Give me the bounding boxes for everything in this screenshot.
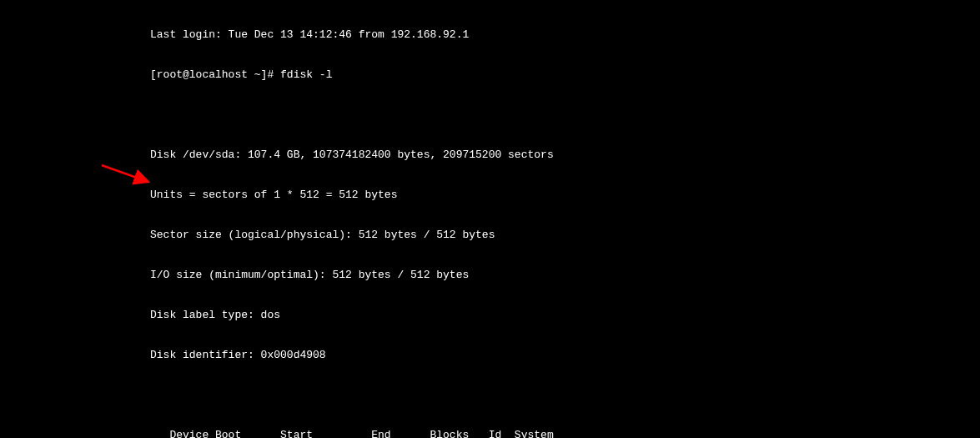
terminal-line: Units = sectors of 1 * 512 = 512 bytes [150, 189, 980, 202]
terminal-line: [root@localhost ~]# fdisk -l [150, 68, 980, 82]
terminal-line: Device Boot Start End Blocks Id System [150, 429, 980, 438]
terminal-line: Disk label type: dos [150, 309, 980, 322]
terminal-line: I/O size (minimum/optimal): 512 bytes / … [150, 269, 980, 282]
terminal-line: Sector size (logical/physical): 512 byte… [150, 229, 980, 242]
terminal-line [150, 108, 980, 122]
terminal-line: Disk /dev/sda: 107.4 GB, 107374182400 by… [150, 149, 980, 162]
terminal-line: Disk identifier: 0x000d4908 [150, 349, 980, 362]
terminal-output[interactable]: Last login: Tue Dec 13 14:12:46 from 192… [0, 0, 980, 438]
terminal-line [150, 389, 980, 402]
terminal-line: Last login: Tue Dec 13 14:12:46 from 192… [150, 28, 980, 42]
